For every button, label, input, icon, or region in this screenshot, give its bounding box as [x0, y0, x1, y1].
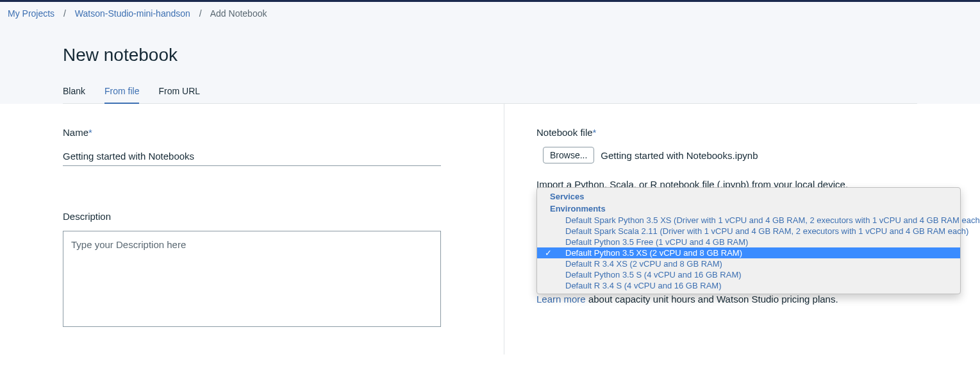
learn-more-tail: about capacity unit hours and Watson Stu… — [586, 294, 838, 305]
tab-from-url[interactable]: From URL — [158, 86, 200, 104]
breadcrumb: My Projects / Watson-Studio-mini-handson… — [0, 2, 980, 26]
runtime-option[interactable]: Default R 3.4 XS (2 vCPU and 8 GB RAM) — [537, 258, 960, 269]
page-title: New notebook — [63, 45, 917, 65]
breadcrumb-sep: / — [63, 8, 66, 19]
runtime-option[interactable]: Default R 3.4 S (4 vCPU and 16 GB RAM) — [537, 280, 960, 291]
runtime-option[interactable]: Default Python 3.5 S (4 vCPU and 16 GB R… — [537, 269, 960, 280]
learn-more-link[interactable]: Learn more — [536, 294, 586, 305]
name-label: Name* — [63, 127, 441, 138]
name-input[interactable] — [63, 147, 441, 166]
dropdown-group-environments: Environments — [537, 203, 960, 215]
breadcrumb-sep: / — [199, 8, 202, 19]
required-mark: * — [88, 127, 92, 138]
runtime-option-selected[interactable]: Default Python 3.5 XS (2 vCPU and 8 GB R… — [537, 247, 960, 258]
tab-blank[interactable]: Blank — [63, 86, 85, 104]
tabs: Blank From file From URL — [63, 86, 917, 104]
breadcrumb-root[interactable]: My Projects — [8, 8, 54, 19]
breadcrumb-project[interactable]: Watson-Studio-mini-handson — [75, 8, 190, 19]
browse-button[interactable]: Browse... — [543, 147, 594, 163]
selected-filename: Getting started with Notebooks.ipynb — [601, 150, 758, 161]
breadcrumb-current: Add Notebook — [210, 8, 267, 19]
runtime-option[interactable]: Default Python 3.5 Free (1 vCPU and 4 GB… — [537, 237, 960, 247]
learn-more-block: Learn more about capacity unit hours and… — [536, 294, 954, 305]
tab-from-file[interactable]: From file — [104, 86, 139, 104]
runtime-option[interactable]: Default Spark Scala 2.11 (Driver with 1 … — [537, 226, 960, 237]
runtime-dropdown[interactable]: Services Environments Default Spark Pyth… — [536, 187, 961, 294]
notebook-file-label-text: Notebook file — [536, 127, 593, 138]
name-label-text: Name — [63, 127, 88, 138]
notebook-file-label: Notebook file* — [536, 127, 954, 138]
description-label: Description — [63, 211, 441, 222]
dropdown-group-services: Services — [537, 190, 960, 203]
description-input[interactable] — [63, 231, 441, 327]
runtime-option[interactable]: Default Spark Python 3.5 XS (Driver with… — [537, 215, 960, 226]
required-mark: * — [593, 127, 597, 138]
